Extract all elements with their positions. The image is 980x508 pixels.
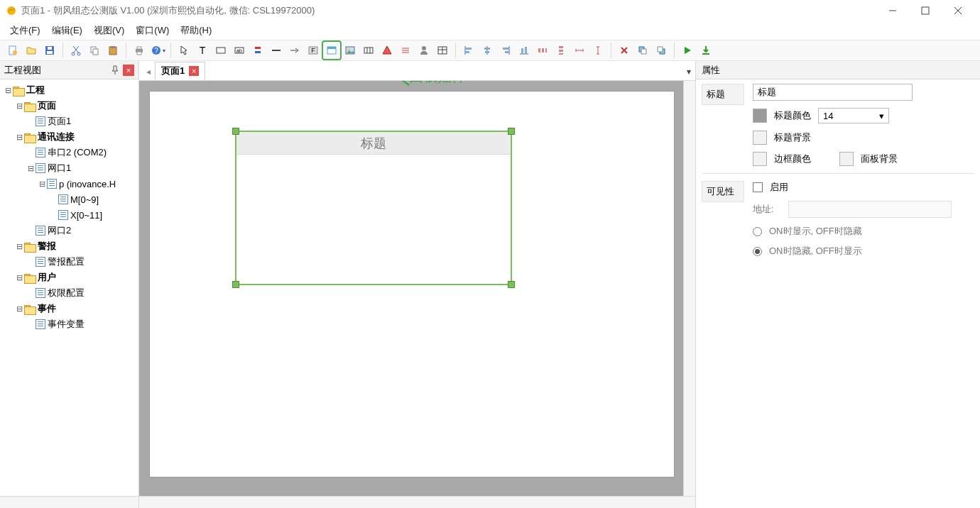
tree-toggle[interactable]: ⊟ — [14, 101, 24, 111]
toolbar-image[interactable] — [342, 42, 359, 59]
tree-item-label[interactable]: 事件 — [38, 302, 56, 315]
tab-close-button[interactable]: × — [189, 66, 199, 76]
tree-item-label[interactable]: 警报配置 — [48, 255, 85, 268]
toolbar-same-width[interactable] — [571, 42, 588, 59]
tree-toggle[interactable]: ⊟ — [14, 241, 24, 251]
toolbar-help[interactable]: ?▾ — [149, 42, 166, 59]
menu-edit[interactable]: 编辑(E) — [46, 22, 88, 39]
tree-item[interactable]: ⊟网口1 — [1, 160, 137, 176]
tree-toggle[interactable]: ⊟ — [37, 179, 47, 189]
menu-view[interactable]: 视图(V) — [88, 22, 130, 39]
toolbar-ungroup[interactable] — [616, 42, 633, 59]
toolbar-save-file[interactable] — [41, 42, 58, 59]
tree-toggle[interactable]: ⊟ — [14, 304, 24, 314]
tree-item-label[interactable]: 警报 — [38, 240, 56, 253]
toolbar-table-control[interactable] — [434, 42, 451, 59]
tree-toggle[interactable]: ⊟ — [3, 85, 13, 95]
tree-item-label[interactable]: 事件变量 — [48, 318, 85, 331]
tree-toggle[interactable]: ⊟ — [26, 163, 36, 173]
tree-item[interactable]: 网口2 — [1, 223, 137, 238]
tree-toggle[interactable]: ⊟ — [14, 132, 24, 142]
toolbar-align-bottom[interactable] — [516, 42, 533, 59]
resize-handle-br[interactable] — [508, 281, 515, 288]
toolbar-open-file[interactable] — [23, 42, 40, 59]
toolbar-panel[interactable] — [323, 42, 340, 59]
tree-item[interactable]: 串口2 (COM2) — [1, 145, 137, 160]
resize-handle-tr[interactable] — [508, 128, 515, 135]
tree-toggle[interactable]: ⊟ — [14, 272, 24, 282]
design-page[interactable]: 标题 — [149, 91, 675, 477]
toolbar-bring-forward[interactable] — [634, 42, 651, 59]
panel-close-button[interactable]: × — [123, 65, 134, 76]
pin-icon[interactable] — [110, 65, 120, 75]
tree-item-label[interactable]: 页面1 — [48, 115, 71, 128]
resize-handle-tl[interactable] — [232, 128, 239, 135]
tree-h-scrollbar[interactable] — [0, 496, 138, 508]
tree-item-label[interactable]: X[0~11] — [70, 210, 102, 221]
tree-item[interactable]: 页面1 — [1, 114, 137, 129]
title-color-swatch[interactable] — [753, 109, 767, 123]
tree-item[interactable]: 事件变量 — [1, 316, 137, 332]
enable-checkbox[interactable] — [753, 182, 763, 192]
border-color-swatch[interactable] — [753, 152, 767, 166]
tab-dropdown[interactable]: ▾ — [682, 63, 695, 80]
toolbar-indicator[interactable] — [249, 42, 266, 59]
radio-on-hide[interactable] — [753, 247, 762, 256]
radio-on-show[interactable] — [753, 227, 762, 236]
menu-help[interactable]: 帮助(H) — [175, 22, 217, 39]
tree-item-label[interactable]: 串口2 (COM2) — [48, 146, 107, 159]
toolbar-align-left[interactable] — [460, 42, 477, 59]
title-size-select[interactable]: 14 ▾ — [818, 108, 889, 123]
minimize-button[interactable] — [876, 1, 909, 21]
title-input[interactable] — [753, 84, 913, 101]
tree-item-label[interactable]: 工程 — [26, 84, 45, 96]
tree-item-label[interactable]: M[0~9] — [70, 194, 99, 205]
address-input[interactable] — [788, 201, 952, 218]
tree-item[interactable]: ⊟用户 — [1, 270, 137, 285]
toolbar-user-icon[interactable] — [415, 42, 432, 59]
toolbar-cut[interactable] — [67, 42, 85, 59]
toolbar-send-backward[interactable] — [653, 42, 670, 59]
tree-item[interactable]: M[0~9] — [1, 192, 137, 207]
tree-item[interactable]: ⊟事件 — [1, 301, 137, 316]
toolbar-text-tool[interactable]: T — [194, 42, 211, 59]
tree-item[interactable]: ⊟p (inovance.H — [1, 176, 137, 192]
panel-widget-selected[interactable]: 标题 — [235, 131, 512, 285]
panel-bg-swatch[interactable] — [839, 152, 854, 166]
toolbar-align-right[interactable] — [497, 42, 514, 59]
canvas-v-scrollbar[interactable] — [683, 81, 695, 496]
canvas-h-scrollbar[interactable] — [139, 496, 695, 508]
toolbar-grid-display[interactable] — [360, 42, 377, 59]
tree-item-label[interactable]: 权限配置 — [48, 287, 85, 299]
toolbar-alarm-icon[interactable] — [379, 42, 396, 59]
tree-item[interactable]: 警报配置 — [1, 254, 137, 270]
canvas[interactable]: 标题 面板控件 — [139, 81, 695, 496]
maximize-button[interactable] — [909, 1, 942, 21]
menu-file[interactable]: 文件(F) — [4, 22, 46, 39]
toolbar-copy[interactable] — [86, 42, 103, 59]
toolbar-paste[interactable] — [104, 42, 121, 59]
tree-item[interactable]: ⊟警报 — [1, 238, 137, 254]
toolbar-arrow[interactable] — [286, 42, 303, 59]
toolbar-pointer[interactable] — [175, 42, 192, 59]
close-button[interactable] — [942, 1, 974, 21]
tree-item-label[interactable]: 网口1 — [48, 162, 71, 175]
toolbar-line[interactable] — [268, 42, 285, 59]
tree-item[interactable]: ⊟工程 — [1, 82, 137, 98]
tree-item[interactable]: X[0~11] — [1, 207, 137, 223]
toolbar-download[interactable] — [697, 42, 714, 59]
toolbar-align-center-h[interactable] — [479, 42, 496, 59]
toolbar-run[interactable] — [679, 42, 696, 59]
tab-scroll-left[interactable]: ◂ — [142, 63, 155, 80]
tree-item-label[interactable]: p (inovance.H — [59, 179, 116, 189]
tree-item-label[interactable]: 通讯连接 — [38, 131, 75, 143]
tree-item-label[interactable]: 网口2 — [48, 224, 71, 237]
tree-item[interactable]: 权限配置 — [1, 285, 137, 301]
toolbar-rect[interactable] — [212, 42, 229, 59]
project-tree[interactable]: ⊟工程⊟页面页面1⊟通讯连接串口2 (COM2)⊟网口1⊟p (inovance… — [0, 79, 138, 496]
resize-handle-bl[interactable] — [232, 281, 239, 288]
tree-item-label[interactable]: 用户 — [38, 271, 56, 284]
title-bg-swatch[interactable] — [753, 131, 767, 145]
toolbar-distribute-v[interactable] — [552, 42, 570, 59]
toolbar-distribute-h[interactable] — [534, 42, 551, 59]
